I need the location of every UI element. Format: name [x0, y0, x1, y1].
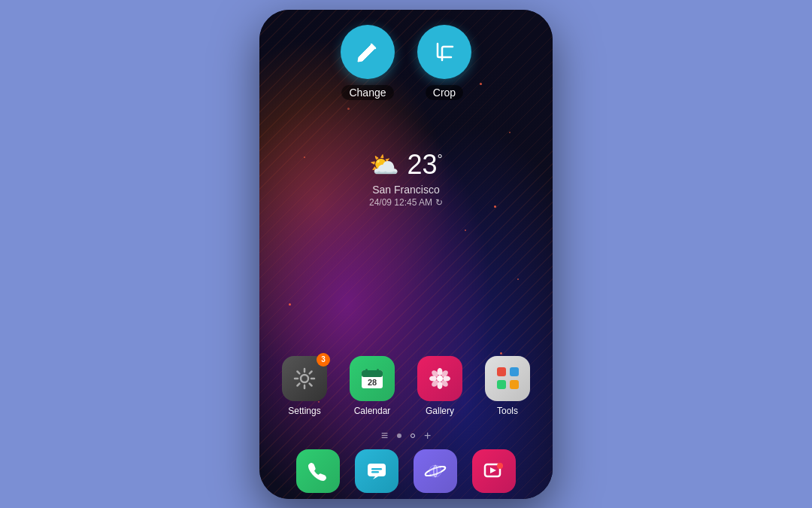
settings-label: Settings — [288, 406, 320, 416]
pencil-icon — [355, 39, 380, 65]
change-button[interactable] — [341, 25, 395, 79]
svg-rect-17 — [371, 471, 379, 473]
screen-record-icon — [483, 460, 505, 482]
gallery-label: Gallery — [426, 406, 454, 416]
nav-dot-active[interactable] — [411, 433, 415, 438]
svg-point-0 — [301, 375, 308, 382]
flower-icon — [426, 365, 453, 392]
nav-menu-icon[interactable]: ≡ — [381, 429, 388, 443]
calendar-app-icon[interactable]: 28 — [350, 356, 395, 401]
phone-frame: Change Crop ⛅ 23° San Francisco — [259, 10, 553, 499]
dock — [259, 449, 553, 493]
change-action[interactable]: Change — [341, 25, 395, 100]
weather-main: ⛅ 23° — [369, 149, 442, 181]
crop-action[interactable]: Crop — [417, 25, 471, 100]
svg-marker-24 — [490, 467, 496, 473]
app-tools[interactable]: Tools — [481, 356, 534, 416]
app-calendar[interactable]: 28 Calendar — [346, 356, 398, 416]
top-actions-bar: Change Crop — [259, 25, 553, 100]
svg-rect-3 — [365, 369, 368, 373]
gear-icon — [292, 366, 317, 391]
phone-screen: Change Crop ⛅ 23° San Francisco — [259, 10, 553, 499]
dock-messages[interactable] — [355, 449, 398, 493]
svg-point-23 — [497, 463, 503, 469]
gallery-app-icon[interactable] — [417, 356, 462, 401]
dock-browser[interactable] — [414, 449, 457, 493]
svg-point-6 — [437, 376, 443, 382]
weather-city: San Francisco — [372, 184, 439, 196]
tools-app-icon[interactable] — [485, 356, 530, 401]
svg-text:28: 28 — [368, 378, 377, 387]
crop-label: Crop — [426, 85, 463, 100]
tools-label: Tools — [497, 406, 518, 416]
nav-add-icon[interactable]: + — [424, 429, 431, 443]
phone-call-icon — [307, 460, 329, 482]
nav-dots: ≡ + — [259, 429, 553, 443]
message-bubble-icon — [365, 460, 388, 482]
saturn-icon — [424, 460, 447, 482]
app-grid: 3 Settings 28 Calendar — [259, 356, 553, 416]
svg-rect-4 — [377, 369, 379, 373]
dock-phone[interactable] — [296, 449, 340, 493]
calendar-label: Calendar — [354, 406, 391, 416]
settings-app-icon[interactable]: 3 — [282, 356, 327, 401]
weather-widget: ⛅ 23° San Francisco 24/09 12:45 AM ↻ — [259, 149, 553, 208]
weather-temperature: 23° — [407, 149, 442, 181]
crop-button[interactable] — [417, 25, 471, 79]
settings-badge: 3 — [317, 353, 330, 367]
change-label: Change — [341, 85, 393, 100]
calendar-icon: 28 — [359, 365, 386, 392]
app-settings[interactable]: 3 Settings — [278, 356, 331, 416]
dock-screen-recorder[interactable] — [472, 449, 516, 493]
nav-dot-1[interactable] — [397, 433, 401, 438]
svg-rect-16 — [371, 468, 382, 470]
weather-datetime: 24/09 12:45 AM ↻ — [369, 197, 443, 208]
app-gallery[interactable]: Gallery — [414, 356, 466, 416]
svg-rect-2 — [362, 370, 383, 377]
weather-icon: ⛅ — [369, 151, 399, 179]
crop-icon — [432, 39, 457, 65]
